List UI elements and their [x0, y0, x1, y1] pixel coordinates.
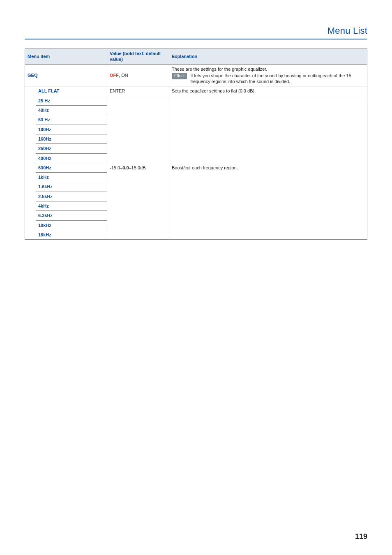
- indent-cell: [25, 230, 36, 239]
- cell-band-7: 630Hz: [36, 163, 107, 172]
- cell-freq-value: -15.0–0.0–15.0dB: [107, 96, 169, 239]
- indent-cell: [25, 220, 36, 230]
- cell-allflat-name: ALL FLAT: [36, 86, 107, 96]
- cell-band-5: 250Hz: [36, 144, 107, 153]
- row-freq: 25 Hz -15.0–0.0–15.0dB Boost/cut each fr…: [25, 96, 367, 105]
- cell-freq-expl: Boost/cut each frequency region.: [169, 96, 367, 239]
- indent-cell: [25, 163, 36, 172]
- cell-geq-value: OFF, ON: [107, 64, 169, 86]
- indent-cell: [25, 173, 36, 182]
- col-header-explanation: Explanation: [169, 49, 367, 65]
- cell-geq-expl: These are the settings for the graphic e…: [169, 64, 367, 86]
- indent-cell: [25, 106, 36, 115]
- page: Menu List Menu item Value (bold text: de…: [0, 0, 392, 555]
- indent-cell: [25, 211, 36, 220]
- cell-band-0: 25 Hz: [36, 96, 107, 105]
- cell-band-1: 40Hz: [36, 106, 107, 115]
- page-header: Menu List: [25, 25, 367, 39]
- indent-cell: [25, 96, 36, 105]
- row-geq: GEQ OFF, ON These are the settings for t…: [25, 64, 367, 86]
- indent-cell: [25, 182, 36, 192]
- cell-band-14: 16kHz: [36, 230, 107, 239]
- cell-band-6: 400Hz: [36, 153, 107, 163]
- effect-badge: Effect: [172, 73, 187, 79]
- indent-cell: [25, 192, 36, 201]
- page-number: 119: [355, 532, 367, 541]
- indent-cell: [25, 144, 36, 153]
- value-on: ON: [121, 73, 128, 78]
- geq-expl-note: Effect It lets you shape the character o…: [172, 73, 364, 85]
- indent-cell: [25, 153, 36, 163]
- row-allflat: ALL FLAT ENTER Sets the equalizer settin…: [25, 86, 367, 96]
- cell-band-9: 1.6kHz: [36, 182, 107, 192]
- cell-allflat-value: ENTER: [107, 86, 169, 96]
- cell-band-3: 100Hz: [36, 125, 107, 134]
- indent-cell: [25, 134, 36, 143]
- cell-band-11: 4kHz: [36, 201, 107, 211]
- cell-band-4: 160Hz: [36, 134, 107, 143]
- value-off: OFF: [110, 73, 119, 78]
- cell-band-8: 1kHz: [36, 173, 107, 182]
- table-header-row: Menu item Value (bold text: default valu…: [25, 49, 367, 65]
- geq-expl-line1: These are the settings for the graphic e…: [172, 66, 364, 72]
- cell-band-2: 63 Hz: [36, 115, 107, 125]
- menu-table: Menu item Value (bold text: default valu…: [25, 49, 367, 240]
- value-bold: 0.0: [122, 165, 129, 170]
- page-title: Menu List: [327, 25, 367, 36]
- value-post: –15.0dB: [129, 165, 146, 170]
- col-header-value: Value (bold text: default value): [107, 49, 169, 65]
- col-header-menu: Menu item: [25, 49, 107, 65]
- indent-cell: [25, 86, 36, 96]
- cell-geq-name: GEQ: [25, 64, 107, 86]
- header-rule: [25, 39, 367, 39]
- indent-cell: [25, 201, 36, 211]
- cell-band-13: 10kHz: [36, 220, 107, 230]
- geq-expl-note-text: It lets you shape the character of the s…: [190, 73, 364, 85]
- indent-cell: [25, 115, 36, 125]
- indent-cell: [25, 125, 36, 134]
- cell-band-12: 6.3kHz: [36, 211, 107, 220]
- cell-allflat-expl: Sets the equalizer settings to flat (0.0…: [169, 86, 367, 96]
- cell-band-10: 2.5kHz: [36, 192, 107, 201]
- value-pre: -15.0–: [110, 165, 122, 170]
